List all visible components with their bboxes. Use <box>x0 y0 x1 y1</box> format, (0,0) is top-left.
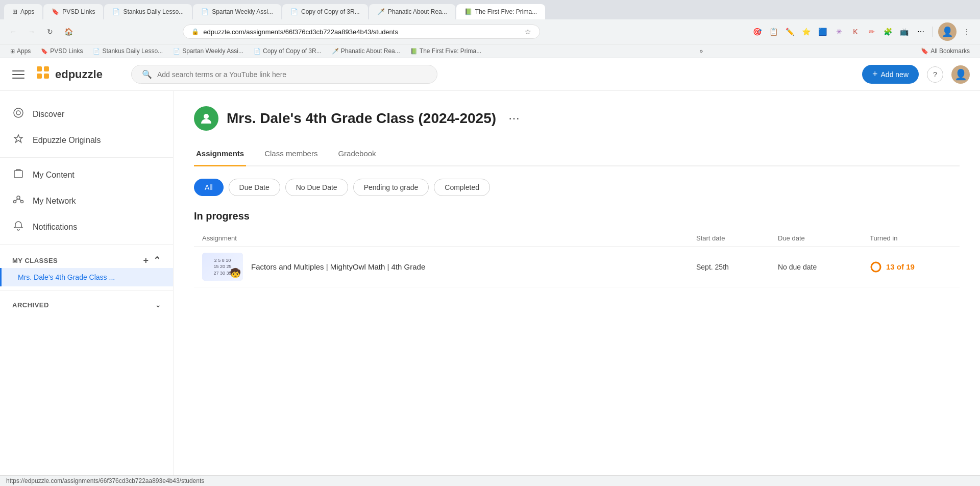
bookmark-star-icon[interactable]: ☆ <box>525 28 531 36</box>
extension-icon-5[interactable]: 🟦 <box>816 25 829 38</box>
browser-menu-button[interactable]: ⋮ <box>960 25 974 39</box>
svg-point-11 <box>204 114 209 119</box>
bookmark-stankus[interactable]: 📄 Stankus Daily Lesso... <box>89 46 167 56</box>
divider <box>933 27 933 37</box>
status-bar: https://edpuzzle.com/assignments/66f376c… <box>0 475 980 486</box>
extension-icon-6[interactable]: ✳ <box>832 25 846 38</box>
address-bar[interactable]: 🔒 edpuzzle.com/assignments/66f376cd3cb72… <box>183 25 540 39</box>
extension-icon-10[interactable]: 📺 <box>898 25 911 38</box>
all-bookmarks-button[interactable]: 🔖 All Bookmarks <box>917 46 974 56</box>
bookmark-icon: 📄 <box>93 48 100 55</box>
sidebar-discover-label: Discover <box>33 110 64 119</box>
expand-archived-icon: ⌄ <box>155 301 161 309</box>
more-extensions-button[interactable]: ⋯ <box>914 25 927 38</box>
sidebar-originals-label: Edpuzzle Originals <box>33 136 101 145</box>
bookmark-copy[interactable]: 📄 Copy of Copy of 3R... <box>250 46 326 56</box>
sidebar-content-label: My Content <box>33 171 75 180</box>
browser-toolbar-icons: 🎯 📋 ✏️ ⭐ 🟦 ✳ K ✏ 🧩 📺 ⋯ 👤 ⋮ <box>751 22 974 41</box>
assignment-due-date: No due date <box>778 263 870 271</box>
bookmark-icon: 🔖 <box>41 48 48 55</box>
back-button[interactable]: ← <box>6 25 20 39</box>
sidebar-item-discover[interactable]: Discover <box>0 101 173 127</box>
extension-icon-9[interactable]: 🧩 <box>881 25 895 38</box>
svg-rect-1 <box>44 66 49 71</box>
tab-gradebook[interactable]: Gradebook <box>336 143 378 166</box>
sidebar: Discover Edpuzzle Originals My Content <box>0 91 174 486</box>
filter-bar: All Due Date No Due Date Pending to grad… <box>194 179 960 196</box>
bookmarks-more-button[interactable]: » <box>695 46 707 56</box>
browser-tab-pvsd[interactable]: 🔖 PVSD Links <box>43 4 103 19</box>
sidebar-item-notifications[interactable]: Notifications <box>0 214 173 240</box>
filter-all[interactable]: All <box>194 179 224 196</box>
security-icon: 🔒 <box>191 28 199 35</box>
browser-user-avatar[interactable]: 👤 <box>938 22 957 41</box>
tab-favicon: 📄 <box>290 8 298 15</box>
my-content-icon <box>12 168 24 182</box>
table-row[interactable]: 2 5 8 1015 20 2527 30 35 🧒 Factors and M… <box>194 247 960 287</box>
tab-class-members[interactable]: Class members <box>262 143 320 166</box>
bookmark-phanatic[interactable]: 🗡️ Phanatic About Rea... <box>328 46 404 56</box>
progress-circle-icon <box>870 261 882 273</box>
help-button[interactable]: ? <box>927 66 943 83</box>
extension-icon-2[interactable]: 📋 <box>767 25 780 38</box>
in-progress-heading: In progress <box>194 210 960 222</box>
hamburger-menu[interactable] <box>10 66 27 83</box>
collapse-classes-button[interactable]: ⌃ <box>153 255 161 266</box>
bookmark-spartan[interactable]: 📄 Spartan Weekly Assi... <box>169 46 248 56</box>
add-new-button[interactable]: + Add new <box>862 65 919 84</box>
class-menu-button[interactable]: ⋯ <box>508 112 520 125</box>
table-header: Assignment Start date Due date Turned in <box>194 230 960 247</box>
svg-rect-7 <box>14 171 22 178</box>
add-class-button[interactable]: + <box>143 255 149 266</box>
sidebar-item-originals[interactable]: Edpuzzle Originals <box>0 127 173 153</box>
sidebar-active-class[interactable]: Mrs. Dale's 4th Grade Class ... <box>0 268 173 286</box>
browser-tab-stankus[interactable]: 📄 Stankus Daily Lesso... <box>104 4 192 19</box>
sidebar-section-actions: + ⌃ <box>143 255 161 266</box>
bookmark-icon: 📄 <box>254 48 261 55</box>
tab-favicon: 📗 <box>464 8 472 15</box>
browser-tab-phanatic[interactable]: 🗡️ Phanatic About Rea... <box>369 4 455 19</box>
all-bookmarks-icon: 🔖 <box>921 47 928 55</box>
search-bar[interactable]: 🔍 <box>131 65 437 84</box>
browser-tab-firstfive[interactable]: 📗 The First Five: Prima... <box>456 4 545 19</box>
extension-icon-3[interactable]: ✏️ <box>783 25 797 38</box>
assignment-table: Assignment Start date Due date Turned in… <box>194 230 960 287</box>
tab-favicon: 🔖 <box>52 8 59 15</box>
browser-tab-copy[interactable]: 📄 Copy of Copy of 3R... <box>282 4 368 19</box>
filter-due-date[interactable]: Due Date <box>229 179 280 196</box>
search-icon: 🔍 <box>142 69 152 79</box>
bookmark-firstfive[interactable]: 📗 The First Five: Prima... <box>406 46 485 56</box>
forward-button[interactable]: → <box>24 25 39 39</box>
extension-icon-8[interactable]: ✏ <box>865 25 878 38</box>
sidebar-divider-1 <box>0 157 173 158</box>
filter-no-due-date[interactable]: No Due Date <box>285 179 348 196</box>
sidebar-item-my-content[interactable]: My Content <box>0 162 173 188</box>
filter-completed[interactable]: Completed <box>434 179 490 196</box>
notifications-icon <box>12 220 24 234</box>
bookmark-pvsd[interactable]: 🔖 PVSD Links <box>37 46 87 56</box>
browser-tab-apps[interactable]: ⊞ Apps <box>4 4 42 19</box>
archived-section[interactable]: ARCHIVED ⌄ <box>0 295 173 311</box>
class-avatar <box>194 106 218 131</box>
reload-button[interactable]: ↻ <box>43 25 57 39</box>
browser-tab-spartan[interactable]: 📄 Spartan Weekly Assi... <box>193 4 281 19</box>
extension-icon-1[interactable]: 🎯 <box>751 25 764 38</box>
turned-in-text: 13 of 19 <box>886 262 915 271</box>
svg-point-4 <box>14 108 23 117</box>
bookmark-apps[interactable]: ⊞ Apps <box>6 46 35 56</box>
assignment-turned-in: 13 of 19 <box>870 261 951 273</box>
turned-in-value: 13 of 19 <box>870 261 951 273</box>
tab-bar: Assignments Class members Gradebook <box>194 143 960 166</box>
extension-icon-7[interactable]: K <box>849 25 862 38</box>
user-avatar[interactable]: 👤 <box>951 65 970 84</box>
sidebar-item-my-network[interactable]: My Network <box>0 188 173 214</box>
search-input[interactable] <box>157 70 427 79</box>
tab-assignments[interactable]: Assignments <box>194 143 246 166</box>
home-button[interactable]: 🏠 <box>61 25 76 39</box>
logo[interactable]: edpuzzle <box>35 64 103 84</box>
extension-icon-4[interactable]: ⭐ <box>800 25 813 38</box>
sidebar-network-label: My Network <box>33 197 76 206</box>
discover-icon <box>12 107 24 121</box>
filter-pending-to-grade[interactable]: Pending to grade <box>353 179 429 196</box>
class-title: Mrs. Dale's 4th Grade Class (2024-2025) <box>227 110 496 127</box>
